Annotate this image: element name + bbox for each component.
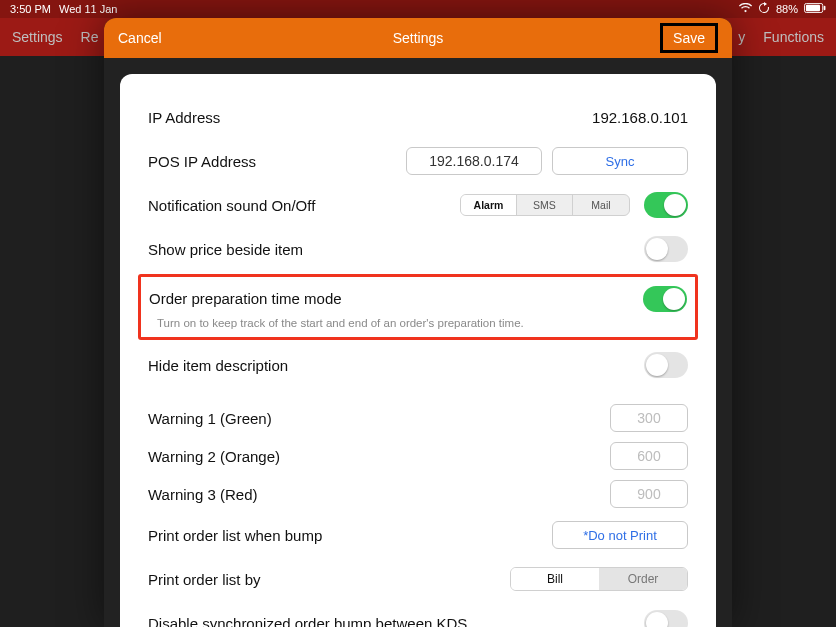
show-price-toggle[interactable] — [644, 236, 688, 262]
seg-sms[interactable]: SMS — [517, 195, 573, 215]
print-by-label: Print order list by — [148, 571, 510, 588]
bg-nav-reports-partial[interactable]: Re — [81, 29, 99, 45]
settings-modal: Cancel Settings Save IP Address 192.168.… — [104, 18, 732, 627]
battery-icon — [804, 3, 826, 15]
warning-1-label: Warning 1 (Green) — [148, 410, 610, 427]
print-when-bump-label: Print order list when bump — [148, 527, 552, 544]
hide-desc-label: Hide item description — [148, 357, 644, 374]
warning-2-input[interactable]: 600 — [610, 442, 688, 470]
status-bar: 3:50 PM Wed 11 Jan 88% — [0, 0, 836, 18]
notification-sound-label: Notification sound On/Off — [148, 197, 460, 214]
sync-indicator-icon — [758, 2, 770, 16]
bg-nav-functions[interactable]: Functions — [763, 29, 824, 45]
show-price-label: Show price beside item — [148, 241, 644, 258]
seg-mail[interactable]: Mail — [573, 195, 629, 215]
modal-title: Settings — [104, 30, 732, 46]
seg-bill[interactable]: Bill — [511, 568, 599, 590]
warning-2-label: Warning 2 (Orange) — [148, 448, 610, 465]
status-date: Wed 11 Jan — [59, 3, 118, 15]
notification-sound-toggle[interactable] — [644, 192, 688, 218]
order-prep-label: Order preparation time mode — [149, 290, 643, 308]
seg-order[interactable]: Order — [599, 568, 687, 590]
svg-rect-2 — [824, 6, 826, 11]
print-when-bump-button[interactable]: *Do not Print — [552, 521, 688, 549]
battery-percent: 88% — [776, 3, 798, 15]
warning-3-input[interactable]: 900 — [610, 480, 688, 508]
svg-rect-1 — [806, 5, 820, 11]
hide-desc-toggle[interactable] — [644, 352, 688, 378]
notification-sound-segment[interactable]: Alarm SMS Mail — [460, 194, 630, 216]
warning-3-label: Warning 3 (Red) — [148, 486, 610, 503]
save-button[interactable]: Save — [660, 23, 718, 53]
disable-sync-order-toggle[interactable] — [644, 610, 688, 627]
sync-button[interactable]: Sync — [552, 147, 688, 175]
order-prep-toggle[interactable] — [643, 286, 687, 312]
bg-nav-settings[interactable]: Settings — [12, 29, 63, 45]
disable-sync-order-label: Disable synchronized order bump between … — [148, 615, 644, 628]
order-prep-highlight: Order preparation time mode Turn on to k… — [138, 274, 698, 340]
seg-alarm[interactable]: Alarm — [461, 195, 517, 215]
pos-ip-label: POS IP Address — [148, 153, 406, 170]
order-prep-subtext: Turn on to keep track of the start and e… — [149, 317, 687, 329]
cancel-button[interactable]: Cancel — [118, 30, 162, 46]
pos-ip-input[interactable]: 192.168.0.174 — [406, 147, 542, 175]
print-by-segment[interactable]: Bill Order — [510, 567, 688, 591]
bg-nav-partial[interactable]: y — [738, 29, 745, 45]
modal-header: Cancel Settings Save — [104, 18, 732, 58]
status-time: 3:50 PM — [10, 3, 51, 15]
wifi-icon — [739, 3, 752, 15]
settings-panel: IP Address 192.168.0.101 POS IP Address … — [120, 74, 716, 627]
ip-address-value: 192.168.0.101 — [592, 109, 688, 126]
warning-1-input[interactable]: 300 — [610, 404, 688, 432]
ip-address-label: IP Address — [148, 109, 592, 126]
